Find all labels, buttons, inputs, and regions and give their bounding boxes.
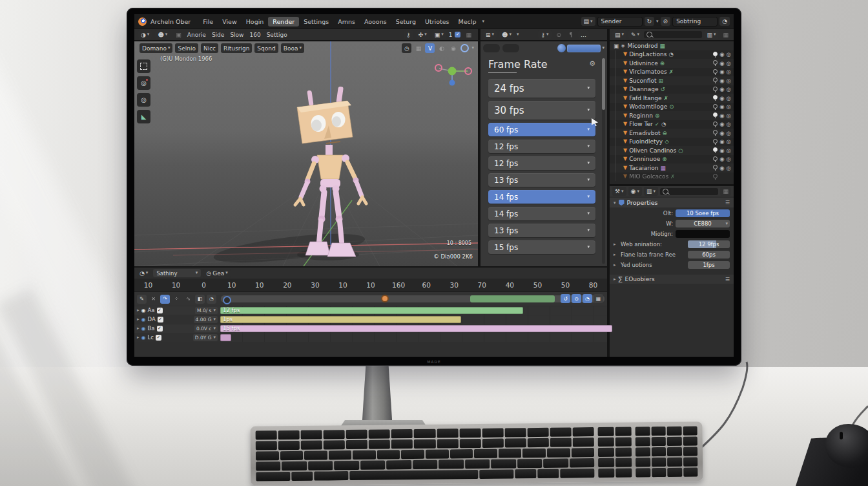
display-mode-icon[interactable]: ✎ ▾ [628, 30, 642, 39]
pin-icon[interactable] [713, 122, 718, 127]
track-value-dropdown[interactable]: M.0/ s▾ [195, 307, 218, 314]
view-layer-icon[interactable]: ⊘ [661, 17, 671, 26]
track-header[interactable]: ▸◉Aa✓M.0/ s▾ [134, 306, 220, 315]
clear-icon[interactable]: ✕ [149, 295, 158, 304]
auto-key-icon[interactable]: ↷ [160, 295, 170, 304]
mode-select-icon[interactable]: ☻ ▾ [155, 30, 170, 39]
outliner-item-9[interactable]: ▼Emadivbot⊖◉◎ [610, 129, 734, 138]
visibility-icon[interactable]: ◉ [719, 78, 724, 84]
menu-hamburger-icon[interactable]: ☰ [725, 200, 730, 206]
track-lane[interactable]: 15 fps [220, 324, 607, 333]
gear-icon[interactable]: ⚙ [589, 59, 595, 68]
scene-chevron-icon[interactable]: ▾ [656, 19, 659, 24]
visibility-icon[interactable]: ◉ [719, 95, 724, 101]
outliner-item-0[interactable]: ▼DingLactions◔◉◎ [610, 50, 734, 59]
magnet-icon[interactable]: ◔ [583, 294, 592, 303]
render-visibility-icon[interactable]: ◎ [727, 121, 731, 127]
property-value-slider[interactable]: 12 9fps [688, 240, 730, 248]
outliner-root-row[interactable]: ▣∗Micondrod▦ [610, 41, 734, 50]
timeline-ruler[interactable]: 1010010102030101016060307040505080 [134, 279, 607, 292]
expand-chevron-icon[interactable]: ▸ [137, 326, 140, 331]
editor-type-icon[interactable]: ⊞ ▾ [483, 30, 497, 39]
tool-setting-item[interactable]: 160 [249, 32, 260, 38]
clock-small-icon[interactable]: ◔ [207, 295, 216, 304]
render-visibility-icon[interactable]: ◎ [727, 130, 731, 136]
solid-shading-icon[interactable]: V [425, 43, 435, 53]
pose-icon[interactable]: ☻ ▾ [499, 30, 514, 39]
annotate-tool[interactable]: ◎ [137, 93, 150, 107]
visibility-icon[interactable]: ◉ [719, 69, 724, 75]
grid-icon[interactable]: ▦ [594, 294, 603, 303]
menu-settings[interactable]: Settings [299, 17, 333, 26]
proportional-edit-icon[interactable]: ✣ ▾ [416, 30, 429, 39]
collapsed-section-header[interactable]: ▸ ∑ EOuobiers ☰ [610, 275, 734, 284]
render-visibility-icon[interactable]: ◎ [727, 86, 731, 92]
viewport-menu-domano[interactable]: Domano▾ [140, 43, 172, 53]
pin-icon[interactable] [713, 52, 718, 58]
key-icon[interactable]: ⚷ [404, 30, 413, 39]
curve-icon[interactable]: ∿ [183, 295, 193, 304]
filter-toggle-icon[interactable]: ¶ [566, 30, 575, 39]
pin-icon[interactable] [713, 87, 718, 92]
camera-icon[interactable]: ▣ ▾ [432, 30, 446, 39]
property-value-color[interactable] [676, 230, 730, 238]
track-checkbox[interactable]: ✓ [156, 335, 161, 341]
frame-rate-option-8[interactable]: 13 fps▾ [488, 224, 595, 237]
clock-icon[interactable]: ◷ [402, 43, 411, 53]
pin-toggle-icon[interactable]: ⊙ [554, 30, 564, 39]
visibility-icon[interactable]: ◉ [719, 112, 724, 119]
track-value-dropdown[interactable]: 4.00 G▾ [194, 316, 218, 323]
preview-range[interactable] [470, 295, 555, 302]
visibility-icon[interactable]: ◉ [719, 51, 724, 58]
render-visibility-icon[interactable]: ◎ [727, 138, 731, 145]
outliner-item-11[interactable]: ▼Oliven Candinos○◉◎ [610, 146, 734, 155]
menu-meclp[interactable]: Meclp [454, 17, 481, 26]
frame-rate-option-5[interactable]: 13 fps▾ [488, 173, 595, 187]
frame-rate-option-1[interactable]: 30 fps▾ [488, 101, 595, 120]
track-lane[interactable] [220, 333, 607, 343]
viewport-3d[interactable]: Domano▾SelnioNiccRitusrignSqondBooa▾ (G)… [134, 41, 478, 266]
expand-chevron-icon[interactable]: ▸ [614, 252, 618, 257]
menu-seturg[interactable]: Seturg [391, 17, 420, 26]
current-keyframe-dot[interactable] [381, 295, 389, 302]
outliner-item-5[interactable]: ▼Fafd Itange✗◉◎ [610, 94, 734, 103]
tab-chip[interactable] [483, 44, 500, 52]
viewport-menu-nicc[interactable]: Nicc [201, 43, 218, 53]
outliner-item-4[interactable]: ▼Dsannage↺◉◎ [610, 85, 734, 94]
tool-setting-item[interactable]: Slow [230, 32, 243, 38]
menu-overflow-chevron-icon[interactable]: ▾ [482, 19, 485, 24]
keying-icon[interactable]: ⚷ ▾ [538, 30, 551, 39]
track-checkbox[interactable]: ✓ [158, 317, 163, 322]
filter-icon[interactable]: ▥ ▾ [704, 30, 718, 39]
pin-icon[interactable] [713, 60, 718, 66]
properties-section-header[interactable]: ▾ Properties ☰ [610, 198, 734, 207]
editor-type-icon[interactable]: ▤ ▾ [612, 30, 626, 39]
pin-icon[interactable] [713, 130, 718, 136]
visibility-icon[interactable]: ◉ [719, 138, 724, 145]
editor-type-icon[interactable]: ◑ ▾ [138, 30, 152, 39]
viewport-menu-booa[interactable]: Booa▾ [281, 43, 304, 53]
expand-chevron-icon[interactable]: ▸ [614, 277, 616, 282]
menu-hamburger-icon[interactable]: ☰ [725, 277, 730, 282]
shading-chevron-icon[interactable]: ▾ [471, 46, 474, 50]
track-bar[interactable]: 1ps [220, 316, 461, 324]
visibility-icon[interactable]: ◉ [719, 86, 724, 92]
scrollbar[interactable] [602, 58, 605, 264]
outliner-item-8[interactable]: ▼Flow Ter✓◔◉◎ [610, 120, 734, 129]
visibility-icon[interactable]: ◉ [719, 147, 724, 154]
cursor-tool[interactable]: ◎ [137, 76, 150, 90]
menu-file[interactable]: File [198, 17, 218, 26]
object-icon[interactable]: ▣ [173, 30, 184, 39]
outliner-item-10[interactable]: ▼Fuoindletyy◇◉◎ [610, 138, 734, 147]
start-marker-icon[interactable] [223, 296, 231, 304]
grid-icon[interactable]: ▦ [720, 30, 731, 39]
scrollbar-thumb[interactable] [602, 58, 605, 110]
world-icon[interactable] [557, 44, 566, 52]
menu-view[interactable]: View [218, 17, 242, 26]
visibility-icon[interactable]: ◉ [719, 103, 724, 110]
scene-browse-icon[interactable]: ▤ ▾ [581, 17, 595, 26]
tab-chip[interactable] [502, 44, 519, 52]
tool-icon[interactable]: ⚒ ▾ [612, 187, 626, 196]
pin-icon[interactable] [713, 147, 718, 153]
outliner-search-input[interactable] [644, 31, 702, 38]
